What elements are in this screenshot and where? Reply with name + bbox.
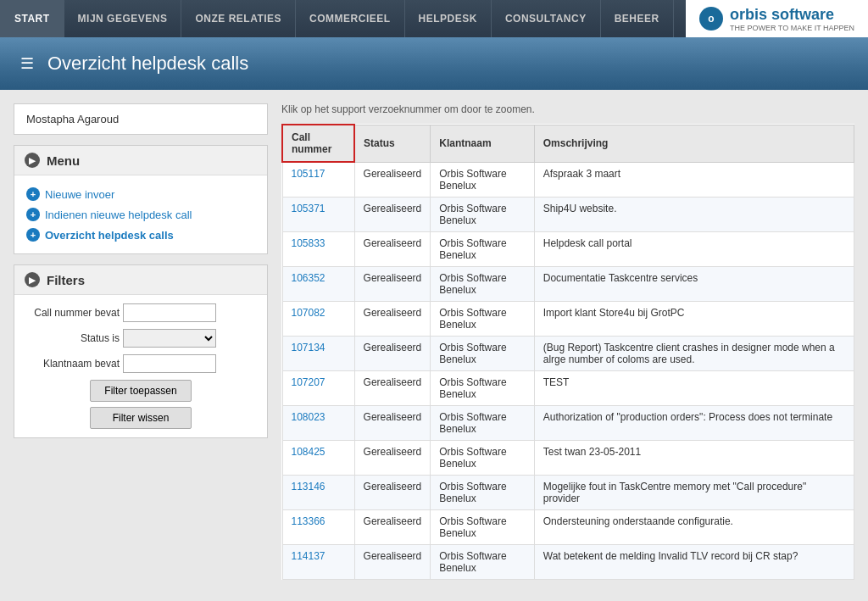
klantnaam-input[interactable] [123, 354, 216, 373]
cell-call-nummer[interactable]: 113146 [282, 475, 354, 509]
table-row: 107134GerealiseerdOrbis Software Benelux… [282, 336, 854, 370]
sidebar: Mostapha Agaroud ▶ Menu + Nieuwe invoer … [14, 103, 268, 580]
cell-omschrijving: Ship4U website. [534, 197, 854, 231]
plus-icon-3: + [26, 228, 40, 242]
filter-apply-button[interactable]: Filter toepassen [90, 380, 192, 402]
menu-label-3: Overzicht helpdesk calls [45, 229, 174, 242]
klantnaam-label: Klantnaam bevat [26, 358, 120, 370]
hamburger-icon: ☰ [20, 54, 34, 73]
status-label: Status is [26, 332, 120, 344]
filter-row-klantnaam: Klantnaam bevat [26, 354, 255, 373]
data-table: Call nummer Status Klantnaam Omschrijvin… [281, 124, 854, 580]
filter-row-status: Status is [26, 329, 255, 348]
cell-omschrijving: Afspraak 3 maart [534, 162, 854, 197]
table-row: 114137GerealiseerdOrbis Software Benelux… [282, 544, 854, 579]
cell-status: Gerealiseerd [354, 231, 431, 266]
cell-omschrijving: Documentatie Taskcentre services [534, 266, 854, 301]
plus-icon-1: + [26, 187, 40, 201]
menu-panel-header: ▶ Menu [14, 146, 267, 175]
nav-consultancy[interactable]: CONSULTANCY [492, 0, 601, 37]
cell-call-nummer[interactable]: 105833 [282, 231, 354, 266]
cell-status: Gerealiseerd [354, 336, 431, 370]
nav-helpdesk[interactable]: HELPDESK [405, 0, 492, 37]
nav-start[interactable]: START [0, 0, 64, 37]
cell-call-nummer[interactable]: 107134 [282, 336, 354, 370]
cell-call-nummer[interactable]: 107082 [282, 301, 354, 336]
cell-call-nummer[interactable]: 108425 [282, 440, 354, 475]
nav-mijn-gegevens[interactable]: MIJN GEGEVENS [64, 0, 182, 37]
logo: o orbis software THE POWER TO MAKE IT HA… [686, 0, 868, 37]
filter-buttons: Filter toepassen Filter wissen [26, 380, 255, 429]
cell-status: Gerealiseerd [354, 405, 431, 440]
cell-call-nummer[interactable]: 113366 [282, 509, 354, 544]
cell-klantnaam: Orbis Software Benelux [431, 336, 534, 370]
menu-label-1: Nieuwe invoer [45, 188, 114, 201]
menu-title: Menu [47, 153, 80, 168]
cell-klantnaam: Orbis Software Benelux [431, 509, 534, 544]
cell-status: Gerealiseerd [354, 197, 431, 231]
cell-omschrijving: Ondersteuning onderstaande configuratie. [534, 509, 854, 544]
status-select[interactable] [123, 329, 216, 348]
cell-status: Gerealiseerd [354, 266, 431, 301]
table-row: 107207GerealiseerdOrbis Software Benelux… [282, 370, 854, 405]
table-row: 113366GerealiseerdOrbis Software Benelux… [282, 509, 854, 544]
col-status: Status [354, 125, 431, 162]
col-call-nummer: Call nummer [282, 125, 354, 162]
hint-text: Klik op het support verzoeknummer om doo… [281, 103, 854, 115]
cell-omschrijving: Test twan 23-05-2011 [534, 440, 854, 475]
table-row: 105117GerealiseerdOrbis Software Benelux… [282, 162, 854, 197]
table-row: 108023GerealiseerdOrbis Software Benelux… [282, 405, 854, 440]
menu-item-overzicht[interactable]: + Overzicht helpdesk calls [26, 225, 255, 245]
menu-item-nieuwe-invoer[interactable]: + Nieuwe invoer [26, 184, 255, 204]
table-row: 113146GerealiseerdOrbis Software Benelux… [282, 475, 854, 509]
call-nummer-input[interactable] [123, 303, 216, 322]
nav-beheer[interactable]: BEHEER [601, 0, 674, 37]
plus-icon-2: + [26, 208, 40, 221]
filter-clear-button[interactable]: Filter wissen [90, 407, 192, 429]
cell-klantnaam: Orbis Software Benelux [431, 301, 534, 336]
logo-icon: o [699, 7, 723, 31]
cell-omschrijving: TEST [534, 370, 854, 405]
table-row: 105833GerealiseerdOrbis Software Benelux… [282, 231, 854, 266]
top-navigation: START MIJN GEGEVENS ONZE RELATIES COMMER… [0, 0, 868, 37]
cell-klantnaam: Orbis Software Benelux [431, 162, 534, 197]
cell-omschrijving: Wat betekent de melding Invalid TLV reco… [534, 544, 854, 579]
table-row: 105371GerealiseerdOrbis Software Benelux… [282, 197, 854, 231]
header-band: ☰ Overzicht helpdesk calls [0, 37, 868, 90]
filter-arrow-icon: ▶ [25, 272, 40, 287]
cell-klantnaam: Orbis Software Benelux [431, 231, 534, 266]
cell-call-nummer[interactable]: 105117 [282, 162, 354, 197]
col-omschrijving: Omschrijving [534, 125, 854, 162]
page-title: Overzicht helpdesk calls [47, 53, 248, 75]
cell-omschrijving: Authorization of "production orders": Pr… [534, 405, 854, 440]
menu-panel: ▶ Menu + Nieuwe invoer + Indienen nieuwe… [14, 145, 268, 254]
call-nummer-label: Call nummer bevat [26, 307, 120, 319]
cell-call-nummer[interactable]: 108023 [282, 405, 354, 440]
cell-omschrijving: (Bug Report) Taskcentre client crashes i… [534, 336, 854, 370]
menu-label-2: Indienen nieuwe helpdesk call [45, 209, 192, 221]
cell-klantnaam: Orbis Software Benelux [431, 475, 534, 509]
cell-call-nummer[interactable]: 106352 [282, 266, 354, 301]
cell-klantnaam: Orbis Software Benelux [431, 197, 534, 231]
table-row: 108425GerealiseerdOrbis Software Benelux… [282, 440, 854, 475]
filters-panel-header: ▶ Filters [14, 265, 267, 295]
content-area: Klik op het support verzoeknummer om doo… [281, 103, 854, 580]
col-klantnaam: Klantnaam [431, 125, 534, 162]
cell-call-nummer[interactable]: 105371 [282, 197, 354, 231]
table-header-row: Call nummer Status Klantnaam Omschrijvin… [282, 125, 854, 162]
user-name: Mostapha Agaroud [26, 113, 119, 125]
nav-commercieel[interactable]: COMMERCIEEL [296, 0, 405, 37]
cell-call-nummer[interactable]: 114137 [282, 544, 354, 579]
main-content: Mostapha Agaroud ▶ Menu + Nieuwe invoer … [0, 90, 868, 593]
cell-klantnaam: Orbis Software Benelux [431, 405, 534, 440]
menu-item-indienen[interactable]: + Indienen nieuwe helpdesk call [26, 204, 255, 225]
cell-omschrijving: Mogelijke fout in TaskCentre memory met … [534, 475, 854, 509]
nav-onze-relaties[interactable]: ONZE RELATIES [181, 0, 296, 37]
cell-klantnaam: Orbis Software Benelux [431, 370, 534, 405]
menu-panel-body: + Nieuwe invoer + Indienen nieuwe helpde… [14, 175, 267, 253]
cell-status: Gerealiseerd [354, 301, 431, 336]
filters-title: Filters [47, 273, 85, 287]
cell-status: Gerealiseerd [354, 475, 431, 509]
cell-call-nummer[interactable]: 107207 [282, 370, 354, 405]
table-row: 106352GerealiseerdOrbis Software Benelux… [282, 266, 854, 301]
